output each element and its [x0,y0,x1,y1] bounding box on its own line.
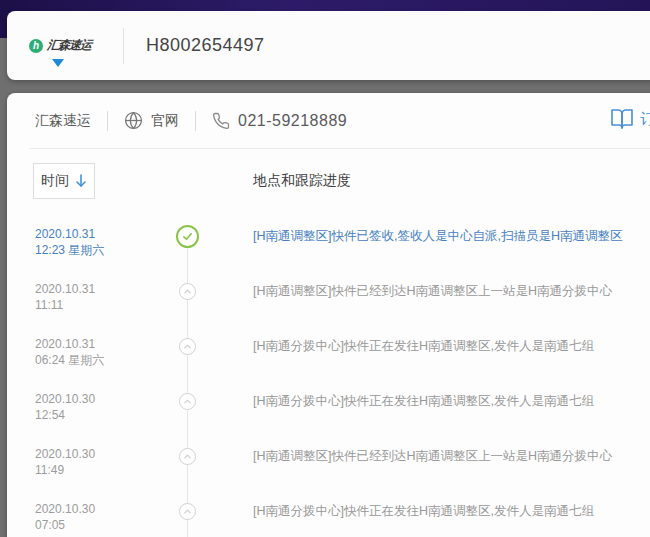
phone-number: 021-59218889 [238,112,347,130]
chevron-up-circle-icon [179,503,196,520]
timeline-date: 2020.10.31 11:11 [7,278,167,333]
tracking-search-card: h 汇森速运 H8002654497 [7,11,650,80]
time-label: 07:05 [35,517,167,533]
time-label: 12:54 [35,407,167,423]
open-book-icon [610,107,634,131]
timeline-row: 2020.10.30 12:54 [H南通分拨中心]快件正在发往H南通调整区,发… [7,388,650,443]
website-label: 官网 [151,112,179,130]
timeline-date: 2020.10.30 07:05 [7,498,167,537]
date-label: 2020.10.31 [35,226,167,242]
timeline: 2020.10.31 12:23 星期六 [H南通调整区]快件已签收,签收人是中… [7,223,650,537]
globe-icon [124,111,143,130]
date-label: 2020.10.30 [35,501,167,517]
divider [195,111,196,131]
divider [30,148,650,149]
timeline-date: 2020.10.30 12:54 [7,388,167,443]
arrow-down-icon [75,174,87,188]
tracking-panel: 汇森速运 官网 021-59218889 订阅 时间 [7,93,650,537]
carrier-name-label: 汇森速运 [35,112,91,130]
time-label: 11:49 [35,462,167,478]
phone-icon [212,112,230,130]
timeline-status-text: [H南通分拨中心]快件正在发往H南通调整区,发件人是南通七组 [207,498,604,537]
time-label: 12:23 星期六 [35,242,167,258]
chevron-up-circle-icon [179,393,196,410]
timeline-date: 2020.10.31 06:24 星期六 [7,333,167,388]
timeline-row: 2020.10.30 11:49 [H南通调整区]快件已经到达H南通调整区上一站… [7,443,650,498]
subscribe-button[interactable]: 订阅 [610,107,650,131]
divider [123,28,124,64]
phone-contact[interactable]: 021-59218889 [212,112,347,130]
carrier-logo-label: 汇森速运 [46,37,92,54]
timeline-status-text: [H南通分拨中心]快件正在发往H南通调整区,发件人是南通七组 [207,388,604,443]
divider [107,111,108,131]
chevron-up-circle-icon [179,448,196,465]
timeline-status-text: [H南通分拨中心]快件正在发往H南通调整区,发件人是南通七组 [207,333,604,388]
timeline-row: 2020.10.31 12:23 星期六 [H南通调整区]快件已签收,签收人是中… [7,223,650,278]
timeline-date: 2020.10.30 11:49 [7,443,167,498]
time-label: 06:24 星期六 [35,352,167,368]
chevron-up-circle-icon [179,338,196,355]
carrier-name: 汇森速运 [35,112,91,130]
date-label: 2020.10.30 [35,391,167,407]
timeline-status-text: [H南通调整区]快件已经到达H南通调整区上一站是H南通分拨中心 [207,278,622,333]
date-label: 2020.10.31 [35,281,167,297]
time-sort-button[interactable]: 时间 [33,163,95,199]
carrier-logo[interactable]: h 汇森速运 [7,37,115,54]
timeline-status-text: [H南通调整区]快件已签收,签收人是中心自派,扫描员是H南通调整区 [207,223,632,278]
panel-header: 汇森速运 官网 021-59218889 订阅 [7,93,650,148]
timeline-row: 2020.10.30 07:05 [H南通分拨中心]快件正在发往H南通调整区,发… [7,498,650,537]
timeline-row: 2020.10.31 11:11 [H南通调整区]快件已经到达H南通调整区上一站… [7,278,650,333]
date-label: 2020.10.30 [35,446,167,462]
subscribe-label: 订阅 [640,110,650,129]
timeline-date: 2020.10.31 12:23 星期六 [7,223,167,278]
date-label: 2020.10.31 [35,336,167,352]
tracking-number-input[interactable]: H8002654497 [146,35,265,56]
time-label: 11:11 [35,297,167,313]
timeline-status-text: [H南通调整区]快件已经到达H南通调整区上一站是H南通分拨中心 [207,443,622,498]
progress-header-label: 地点和跟踪进度 [253,172,351,190]
check-circle-icon [176,225,199,248]
time-header-label: 时间 [41,172,69,190]
caret-down-icon[interactable] [52,59,64,67]
huisen-logo-icon: h [29,39,43,53]
chevron-up-circle-icon [179,283,196,300]
table-header: 时间 地点和跟踪进度 [7,163,650,201]
timeline-row: 2020.10.31 06:24 星期六 [H南通分拨中心]快件正在发往H南通调… [7,333,650,388]
website-link[interactable]: 官网 [124,111,179,130]
